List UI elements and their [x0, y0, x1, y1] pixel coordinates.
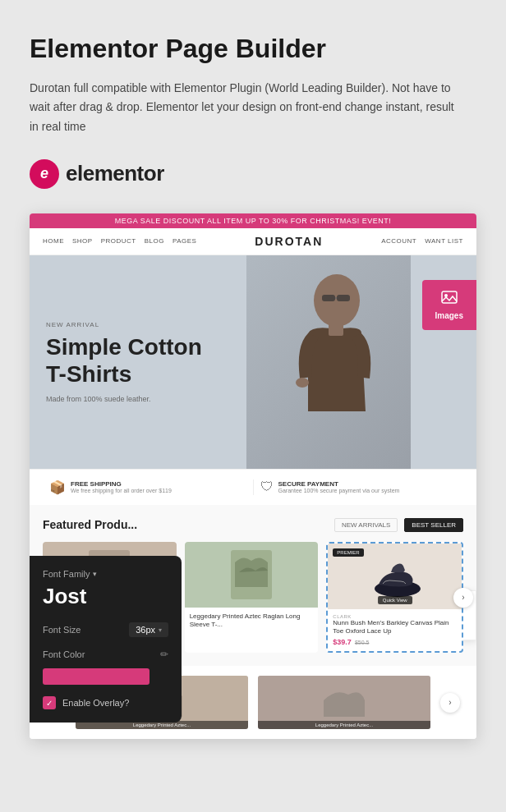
quick-view-btn[interactable]: Quick View [378, 596, 412, 604]
products-tabs: NEW ARRIVALS BEST SELLER [334, 518, 463, 532]
color-picker-icon[interactable]: ✏ [160, 649, 168, 660]
product-image-2 [185, 542, 319, 608]
thumb-caption-2: Leggedary Printed Aztec... [258, 721, 430, 729]
page-title: Elementor Page Builder [30, 33, 476, 64]
product-img-2-art [227, 546, 276, 603]
enable-overlay-label: Enable Overlay? [62, 698, 129, 708]
product-image-3: PREMIER Quick View [328, 544, 462, 609]
page-wrapper: Elementor Page Builder Durotan full comp… [0, 0, 506, 788]
font-size-row: Font Size 36px ▾ [43, 622, 168, 637]
feature-payment-desc: Garantee 100% secure payment via our sys… [278, 488, 400, 493]
nav-account[interactable]: ACCOUNT [381, 237, 416, 245]
svg-point-5 [296, 378, 309, 388]
hero-text-block: NEW ARRIVAL Simple Cotton T-Shirts Made … [30, 296, 218, 428]
feature-shipping-desc: We free shipping for all order over $119 [71, 488, 172, 493]
font-size-label: Font Size [43, 625, 80, 635]
product-badge-3: PREMIER [333, 548, 363, 557]
payment-icon: 🛡 [260, 479, 274, 494]
font-name-display: Jost [43, 584, 168, 609]
product-name-3: Nunn Bush Men's Barkley Canvas Plain Toe… [333, 619, 457, 636]
shipping-icon: 📦 [49, 479, 66, 495]
svg-rect-4 [329, 323, 343, 336]
images-widget-label: Images [435, 311, 463, 320]
site-brand: DUROTAN [255, 235, 323, 248]
hero-label: NEW ARRIVAL [46, 321, 202, 328]
thumb-img-2 [315, 680, 373, 725]
images-icon [440, 290, 458, 308]
enable-overlay-checkbox[interactable]: ✓ [43, 696, 56, 709]
product-prices-3: $39.7 $50.5 [333, 638, 457, 646]
hero-heading: Simple Cotton T-Shirts [46, 333, 202, 388]
product-info-2: Leggedary Printed Aztec Raglan Long Slee… [185, 608, 319, 637]
feature-shipping: 📦 FREE SHIPPING We free shipping for all… [43, 479, 254, 495]
product-card-3: ⤢ ⎘ ✕ PREMIER Quick View [326, 542, 463, 654]
product-card-2: Leggedary Printed Aztec Raglan Long Slee… [185, 542, 319, 654]
font-color-label: Font Color [43, 649, 85, 659]
nav-home[interactable]: HOME [43, 237, 64, 245]
hero-image [246, 255, 411, 469]
nav-right: ACCOUNT WANT LIST [381, 237, 463, 245]
site-nav: HOME SHOP PRODUCT BLOG PAGES DUROTAN ACC… [30, 228, 476, 255]
color-swatch[interactable] [43, 668, 150, 685]
font-size-value: 36px [136, 625, 155, 635]
tab-best-seller[interactable]: BEST SELLER [404, 518, 463, 532]
nav-wishlist[interactable]: WANT LIST [425, 237, 463, 245]
products-title: Featured Produ... [43, 518, 137, 531]
nav-pages[interactable]: PAGES [172, 237, 196, 245]
site-promo-bar: MEGA SALE DISCOUNT ALL ITEM UP TO 30% FO… [30, 213, 476, 228]
feature-payment-texts: SECURE PAYMENT Garantee 100% secure paym… [278, 480, 400, 493]
features-row: 📦 FREE SHIPPING We free shipping for all… [30, 469, 476, 505]
product-price-3: $39.7 [333, 638, 352, 646]
elementor-brand-icon: e [30, 159, 59, 189]
font-color-row: Font Color ✏ [43, 649, 168, 660]
images-widget[interactable]: Images [422, 280, 476, 330]
products-header: Featured Produ... NEW ARRIVALS BEST SELL… [43, 518, 463, 532]
font-panel: Font Family ▾ Jost Font Size 36px ▾ Font… [30, 556, 182, 723]
svg-rect-2 [337, 295, 350, 301]
thumb-next-arrow[interactable]: › [440, 693, 460, 713]
elementor-brand-name: elementor [66, 161, 164, 186]
screenshot-container: MEGA SALE DISCOUNT ALL ITEM UP TO 30% FO… [30, 213, 476, 740]
carousel-next-arrow[interactable]: › [453, 588, 473, 608]
product-name-2: Leggedary Printed Aztec Raglan Long Slee… [190, 612, 314, 630]
feature-shipping-texts: FREE SHIPPING We free shipping for all o… [71, 480, 172, 493]
font-family-row: Font Family ▾ [43, 569, 168, 579]
product-info-3: CLARK Nunn Bush Men's Barkley Canvas Pla… [328, 609, 462, 652]
feature-payment-title: SECURE PAYMENT [278, 480, 400, 488]
hero-section: NEW ARRIVAL Simple Cotton T-Shirts Made … [30, 255, 476, 469]
thumb-inner-2: Leggedary Printed Aztec... [258, 676, 430, 729]
product-old-price-3: $50.5 [355, 640, 370, 645]
tab-new-arrivals[interactable]: NEW ARRIVALS [334, 518, 398, 532]
carousel-thumb-2: Leggedary Printed Aztec... [258, 676, 430, 729]
nav-left: HOME SHOP PRODUCT BLOG PAGES [43, 237, 196, 245]
font-size-control[interactable]: 36px ▾ [129, 622, 168, 637]
page-description: Durotan full compatible with Elementor P… [30, 79, 457, 135]
svg-point-0 [314, 274, 360, 327]
man-silhouette [263, 264, 394, 461]
nav-product[interactable]: PRODUCT [101, 237, 136, 245]
feature-shipping-title: FREE SHIPPING [71, 480, 172, 488]
feature-payment: 🛡 SECURE PAYMENT Garantee 100% secure pa… [254, 479, 464, 494]
svg-rect-1 [322, 295, 335, 301]
nav-shop[interactable]: SHOP [72, 237, 93, 245]
font-size-chevron-icon: ▾ [159, 626, 162, 634]
font-family-label: Font Family [43, 569, 90, 579]
hero-subtext: Made from 100% suede leather. [46, 395, 202, 403]
font-family-chevron-icon[interactable]: ▾ [93, 570, 97, 578]
enable-overlay-row: ✓ Enable Overlay? [43, 696, 168, 709]
elementor-logo: e elementor [30, 159, 476, 189]
nav-blog[interactable]: BLOG [145, 237, 164, 245]
